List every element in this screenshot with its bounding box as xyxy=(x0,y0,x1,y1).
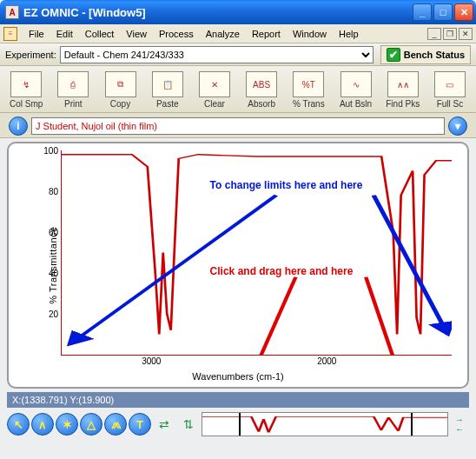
tool-clear[interactable]: ✕Clear xyxy=(194,71,235,109)
chart-area[interactable]: 100 80 60 40 20 3000 2000 T xyxy=(61,150,452,356)
toolbar: ↯Col Smp ⎙Print ⧉Copy 📋Paste ✕Clear ABSA… xyxy=(0,66,476,113)
center-icon-button[interactable]: ✶ xyxy=(56,413,78,436)
mdi-minimize[interactable]: _ xyxy=(427,28,441,40)
menu-collect[interactable]: Collect xyxy=(79,27,121,41)
tool-trans[interactable]: %T% Trans xyxy=(288,71,329,109)
app-icon xyxy=(5,5,19,19)
home-icon-button[interactable]: ↖ xyxy=(7,413,30,436)
col-smp-icon: ↯ xyxy=(10,71,42,97)
experiment-row: Experiment: Default - Chem 241/243/333 ✔… xyxy=(0,43,476,66)
arrow-left-icon: ← xyxy=(450,425,469,434)
tool-autbsln[interactable]: ∿Aut Bsln xyxy=(334,71,376,109)
ytick-80: 80 xyxy=(49,187,58,196)
doc-icon: ≡ xyxy=(3,27,17,41)
info-next-button[interactable]: ▾ xyxy=(448,116,467,136)
overview-spectrum[interactable] xyxy=(202,412,448,436)
check-icon: ✔ xyxy=(387,48,400,62)
scroll-arrows[interactable]: → ← xyxy=(450,416,469,434)
mdi-restore[interactable]: ❐ xyxy=(443,28,457,40)
chart-panel: % Transmittance Wavenumbers (cm-1) 100 8… xyxy=(7,142,469,389)
trans-icon: %T xyxy=(293,71,324,97)
tool-findpks[interactable]: ∧∧Find Pks xyxy=(382,71,424,109)
mdi-close[interactable]: ✕ xyxy=(459,28,473,40)
status-bar: X:(1338.791) Y:(19.900) xyxy=(7,392,469,408)
expand-icon-button[interactable]: ∧ xyxy=(31,413,54,436)
ytick-40: 40 xyxy=(49,269,58,278)
peak-up-icon-button[interactable]: △ xyxy=(80,413,102,436)
ytick-100: 100 xyxy=(43,146,58,156)
annotation-drag: Click and drag here and here xyxy=(210,265,354,277)
fullsc-icon: ▭ xyxy=(434,71,466,97)
absorb-icon: ABS xyxy=(246,71,277,97)
window-title: EZ OMNIC - [Window5] xyxy=(23,6,413,19)
print-icon: ⎙ xyxy=(57,71,89,97)
arrow-right-icon: → xyxy=(450,416,469,424)
tool-fullsc[interactable]: ▭Full Sc xyxy=(429,71,471,109)
menu-view[interactable]: View xyxy=(120,27,153,41)
maximize-button[interactable]: □ xyxy=(433,3,453,21)
vertical-zoom-icon[interactable]: ⇅ xyxy=(177,415,200,434)
bottom-toolbar: ↖ ∧ ✶ △ ⩕ T ⇄ ⇅ → ← xyxy=(7,411,469,437)
annotation-limits: To change limits here and here xyxy=(210,179,363,191)
tool-absorb[interactable]: ABSAbsorb xyxy=(241,71,282,109)
tool-col-smp[interactable]: ↯Col Smp xyxy=(5,71,47,109)
text-tool-icon-button[interactable]: T xyxy=(129,413,151,436)
sample-name-field[interactable] xyxy=(31,117,445,135)
experiment-label: Experiment: xyxy=(5,50,56,60)
menu-process[interactable]: Process xyxy=(153,27,200,41)
copy-icon: ⧉ xyxy=(105,71,136,97)
menu-report[interactable]: Report xyxy=(246,27,287,41)
xtick-2000: 2000 xyxy=(317,356,336,366)
bench-status[interactable]: ✔ Bench Status xyxy=(380,45,471,64)
clear-icon: ✕ xyxy=(199,71,230,97)
xtick-3000: 3000 xyxy=(142,356,161,366)
tool-print[interactable]: ⎙Print xyxy=(52,71,94,109)
experiment-select[interactable]: Default - Chem 241/243/333 xyxy=(60,46,374,63)
peak-both-icon-button[interactable]: ⩕ xyxy=(104,413,127,436)
tool-paste[interactable]: 📋Paste xyxy=(147,71,188,109)
y-axis-label: % Transmittance xyxy=(48,226,58,303)
menu-help[interactable]: Help xyxy=(333,27,365,41)
horizontal-zoom-icon[interactable]: ⇄ xyxy=(153,415,175,434)
menu-bar: ≡ File Edit Collect View Process Analyze… xyxy=(0,24,476,43)
menu-edit[interactable]: Edit xyxy=(50,27,79,41)
close-button[interactable]: ✕ xyxy=(454,3,473,21)
minimize-button[interactable]: _ xyxy=(413,3,432,21)
findpks-icon: ∧∧ xyxy=(387,71,419,97)
menu-analyze[interactable]: Analyze xyxy=(200,27,246,41)
cursor-coords: X:(1338.791) Y:(19.900) xyxy=(12,395,114,405)
info-prev-button[interactable]: i xyxy=(9,116,28,136)
menu-file[interactable]: File xyxy=(23,27,50,41)
info-row: i ▾ xyxy=(0,113,476,138)
paste-icon: 📋 xyxy=(152,71,183,97)
autbsln-icon: ∿ xyxy=(340,71,372,97)
tool-copy[interactable]: ⧉Copy xyxy=(99,71,141,109)
ytick-60: 60 xyxy=(49,228,58,237)
bench-status-label: Bench Status xyxy=(404,50,465,60)
menu-window[interactable]: Window xyxy=(287,27,333,41)
title-bar: EZ OMNIC - [Window5] _ □ ✕ xyxy=(0,0,476,24)
x-axis-label: Wavenumbers (cm-1) xyxy=(9,371,467,382)
ytick-20: 20 xyxy=(49,309,58,319)
